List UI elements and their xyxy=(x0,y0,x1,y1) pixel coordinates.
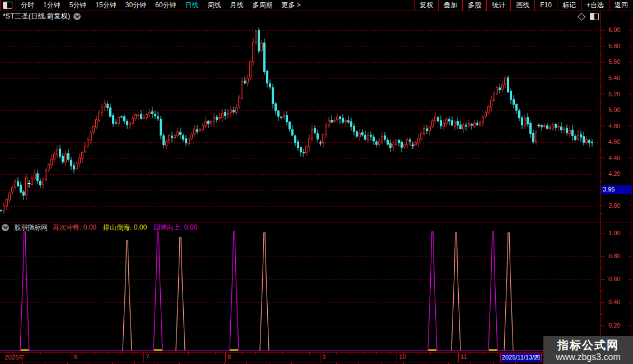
timeframe-tab-月线[interactable]: 月线 xyxy=(225,1,248,10)
indicator-field-再次冲锋: 再次冲锋: 0.00 xyxy=(53,223,96,232)
month-label-8: 8 xyxy=(227,353,231,360)
title-bar-icons xyxy=(579,13,599,20)
y-axis-label: 4.20 xyxy=(608,170,631,177)
toolbar-button-返回[interactable]: 返回 xyxy=(609,0,633,11)
y-axis-label: 5.80 xyxy=(608,43,631,49)
toolbar-button-+自选[interactable]: +自选 xyxy=(581,0,609,11)
toolbar-button-叠加[interactable]: 叠加 xyxy=(438,0,462,11)
toolbar-right-buttons: 复权叠加多股统计画线F10标记+自选返回 xyxy=(414,0,633,11)
timeframe-tab-更多 >[interactable]: 更多 > xyxy=(277,1,305,10)
date-tag[interactable]: 2025/11/13/四 xyxy=(500,353,542,362)
timeframe-tab-5分钟[interactable]: 5分钟 xyxy=(65,1,91,10)
toolbar-button-标记[interactable]: 标记 xyxy=(557,0,581,11)
watermark: 指标公式网 www.zbgs3.com xyxy=(543,336,633,364)
y-axis-label: 4.40 xyxy=(608,155,631,161)
toolbar-top: 分时1分钟5分钟15分钟30分钟60分钟日线周线月线多周期更多 > 复权叠加多股… xyxy=(0,0,633,11)
timeframe-tab-1分钟[interactable]: 1分钟 xyxy=(39,1,65,10)
toolbar-button-F10[interactable]: F10 xyxy=(534,0,557,11)
indicator-field-回调向上: 回调向上: 0.00 xyxy=(153,223,197,232)
y-axis-label: 4.60 xyxy=(608,138,631,145)
y-axis-label: 5.00 xyxy=(608,106,631,113)
y-axis-label: 5.20 xyxy=(608,91,631,97)
indicator-field-排山倒海: 排山倒海: 0.00 xyxy=(103,223,147,232)
month-label-9: 9 xyxy=(322,353,325,360)
indicator-values: 再次冲锋: 0.00排山倒海: 0.00回调向上: 0.00 xyxy=(53,223,197,232)
layout-panel-icon[interactable] xyxy=(3,2,12,9)
timeframe-tab-日线[interactable]: 日线 xyxy=(180,1,203,10)
title-chevron-down-icon[interactable] xyxy=(73,13,81,20)
timeframe-tabs: 分时1分钟5分钟15分钟30分钟60分钟日线周线月线多周期更多 > xyxy=(16,1,305,10)
toolbar-button-多股[interactable]: 多股 xyxy=(462,0,486,11)
timeframe-tab-30分钟[interactable]: 30分钟 xyxy=(121,1,151,10)
indicator-header: 股朋指标网 再次冲锋: 0.00排山倒海: 0.00回调向上: 0.00 xyxy=(2,223,197,232)
stock-app-window: 分时1分钟5分钟15分钟30分钟60分钟日线周线月线多周期更多 > 复权叠加多股… xyxy=(0,0,633,364)
timeframe-tab-分时[interactable]: 分时 xyxy=(16,1,39,10)
watermark-url: www.zbgs3.com xyxy=(556,352,621,362)
indicator-source-label: 股朋指标网 xyxy=(14,223,48,232)
page-title: *ST三圣(日线.前复权) xyxy=(3,12,70,21)
y-axis-label: 1.00 xyxy=(608,230,631,236)
chart-canvas xyxy=(0,0,633,364)
year-label: 2025年 xyxy=(4,353,25,362)
y-axis-label: 0.20 xyxy=(608,322,631,329)
y-axis-label: 0.60 xyxy=(608,276,631,282)
diamond-icon[interactable] xyxy=(578,12,585,20)
y-axis-label: 0.40 xyxy=(608,298,631,305)
timeframe-tab-15分钟[interactable]: 15分钟 xyxy=(91,1,120,10)
y-axis-label: 5.60 xyxy=(608,58,631,65)
y-axis-label: 4.80 xyxy=(608,123,631,129)
split-panel-icon[interactable] xyxy=(590,13,599,20)
month-label-10: 10 xyxy=(399,353,406,360)
toolbar-button-画线[interactable]: 画线 xyxy=(510,0,534,11)
y-axis-label: 5.40 xyxy=(608,74,631,81)
indicator-chevron-down-icon[interactable] xyxy=(2,224,9,231)
timeframe-tab-周线[interactable]: 周线 xyxy=(203,1,225,10)
title-bar: *ST三圣(日线.前复权) xyxy=(3,12,81,21)
y-axis-label: 6.00 xyxy=(608,26,631,33)
last-price-tag: 3.95 xyxy=(601,185,632,194)
month-label-6: 6 xyxy=(74,353,77,360)
y-axis-label: 0.80 xyxy=(608,253,631,259)
toolbar-button-复权[interactable]: 复权 xyxy=(414,0,438,11)
toolbar-button-统计[interactable]: 统计 xyxy=(486,0,510,11)
month-label-7: 7 xyxy=(146,353,149,360)
month-label-11: 11 xyxy=(460,353,467,360)
watermark-title: 指标公式网 xyxy=(557,338,619,352)
timeframe-tab-多周期[interactable]: 多周期 xyxy=(248,1,277,10)
timeframe-tab-60分钟[interactable]: 60分钟 xyxy=(151,1,180,10)
y-axis-label: 3.80 xyxy=(608,202,631,209)
